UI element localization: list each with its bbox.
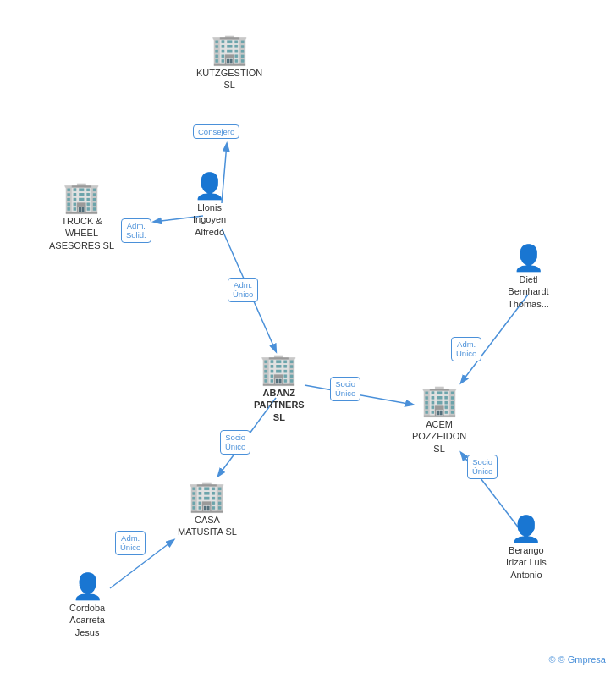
building-icon-truck: 🏢	[63, 182, 101, 212]
watermark: © © Gmpresa	[548, 654, 606, 665]
canvas: 🏢 KUTZGESTION SL Consejero 👤 Llonis Irig…	[0, 0, 616, 673]
node-casa-matusita: 🏢 CASA MATUSITA SL	[178, 481, 237, 538]
watermark-text: © Gmpresa	[558, 654, 606, 665]
label-dietl: Dietl Bernhardt Thomas...	[508, 273, 549, 310]
badge-socio-unico-berango: Socio Único	[467, 455, 498, 479]
label-truck: TRUCK & WHEEL ASESORES SL	[49, 215, 114, 251]
label-cordoba: Cordoba Acarreta Jesus	[69, 602, 105, 638]
node-cordoba: 👤 Cordoba Acarreta Jesus	[69, 574, 105, 638]
badge-adm-unico-dietl: Adm. Único	[451, 337, 481, 361]
node-llonis: 👤 Llonis Irigoyen Alfredo	[193, 174, 226, 238]
node-acem: 🏢 ACEM POZZEIDON SL	[412, 385, 466, 455]
person-icon-llonis: 👤	[194, 174, 225, 199]
label-kutzgestion: KUTZGESTION SL	[196, 67, 262, 91]
label-berango: Berango Irizar Luis Antonio	[506, 544, 547, 581]
node-abanz: 🏢 ABANZ PARTNERS SL	[254, 354, 305, 423]
badge-adm-unico-cordoba: Adm. Único	[115, 531, 146, 555]
label-acem: ACEM POZZEIDON SL	[412, 418, 466, 455]
person-icon-dietl: 👤	[513, 245, 544, 271]
badge-adm-solid: Adm. Solid.	[121, 218, 151, 243]
building-icon-abanz: 🏢	[260, 354, 298, 384]
node-berango: 👤 Berango Irizar Luis Antonio	[506, 516, 547, 581]
watermark-symbol: ©	[548, 654, 555, 665]
badge-socio-unico-acem: Socio Único	[330, 377, 360, 401]
label-abanz: ABANZ PARTNERS SL	[254, 387, 305, 423]
building-icon-casa: 🏢	[188, 481, 226, 511]
person-icon-berango: 👤	[510, 516, 542, 542]
badge-adm-unico-llonis: Adm. Único	[228, 278, 258, 302]
badge-socio-unico-casa: Socio Único	[220, 430, 250, 455]
person-icon-cordoba: 👤	[72, 574, 103, 599]
building-icon-acem: 🏢	[421, 385, 459, 416]
node-kutzgestion: 🏢 KUTZGESTION SL	[196, 34, 262, 91]
node-dietl: 👤 Dietl Bernhardt Thomas...	[508, 245, 549, 310]
node-truck-wheel: 🏢 TRUCK & WHEEL ASESORES SL	[49, 182, 114, 251]
label-casa: CASA MATUSITA SL	[178, 514, 237, 538]
badge-consejero: Consejero	[193, 124, 239, 139]
building-icon-kutzgestion: 🏢	[211, 34, 249, 64]
label-llonis: Llonis Irigoyen Alfredo	[193, 201, 226, 238]
